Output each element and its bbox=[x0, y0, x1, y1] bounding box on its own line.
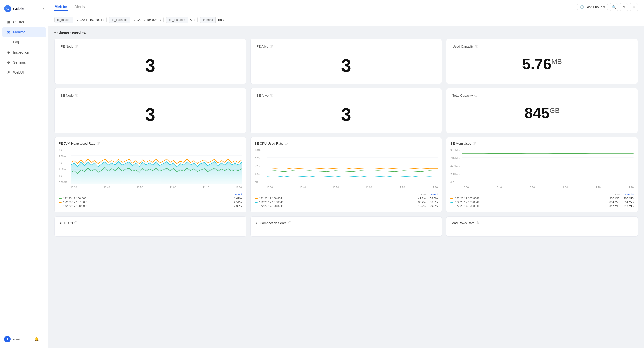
time-chevron-icon: ▾ bbox=[603, 5, 605, 9]
legend-header: max current bbox=[255, 193, 438, 196]
card-fe-node-title: FE Node ⓘ bbox=[61, 44, 240, 49]
chart-fe-jvm-heap: FE JVM Heap Used Rate ⓘ 3% 2.50% 2% 1.50… bbox=[54, 137, 246, 212]
filter-be-instance-label: be_instance bbox=[166, 17, 188, 23]
info-icon[interactable]: ⓘ bbox=[270, 44, 273, 49]
filter-be-instance[interactable]: be_instance All ▾ bbox=[166, 17, 198, 23]
chart-svg-area bbox=[71, 149, 242, 184]
sidebar-item-label: Inspection bbox=[13, 50, 29, 54]
sidebar-item-monitor[interactable]: ◉ Monitor bbox=[2, 27, 46, 37]
zoom-out-button[interactable]: 🔍 bbox=[610, 3, 618, 11]
info-icon[interactable]: ⓘ bbox=[474, 93, 477, 98]
chart-be-io-util-title: BE IO Util ⓘ bbox=[59, 221, 242, 225]
filter-fe-master-label: fe_master bbox=[55, 17, 73, 23]
card-be-node: BE Node ⓘ 3 bbox=[54, 88, 246, 133]
time-selector[interactable]: 🕐 Last 1 hour ▾ bbox=[577, 4, 608, 10]
sidebar-item-label: Log bbox=[13, 40, 19, 44]
webui-icon: ↗ bbox=[6, 70, 11, 75]
info-icon[interactable]: ⓘ bbox=[97, 141, 100, 146]
chart-load-rows: Load Rows Rate ⓘ bbox=[446, 216, 638, 237]
info-icon[interactable]: ⓘ bbox=[285, 141, 288, 146]
legend-header: max current ▾ bbox=[450, 193, 634, 196]
collapse-arrow-icon[interactable]: ▾ bbox=[54, 31, 56, 35]
sidebar-user-actions: 🔔 ☰ bbox=[34, 337, 44, 341]
filter-fe-master[interactable]: fe_master 172.20.17.107:8031 ▾ bbox=[54, 17, 107, 23]
legend-color-dot bbox=[255, 202, 258, 203]
legend-area: max current 172.20.17.106:8041 42.8% 38.… bbox=[255, 191, 438, 207]
filter-fe-master-value[interactable]: 172.20.17.107:8031 ▾ bbox=[73, 17, 106, 23]
legend-item-1: 172.20.17.123:8041 854 MiB 854 MiB bbox=[450, 201, 634, 204]
clock-icon: 🕐 bbox=[580, 5, 584, 9]
settings-icon: ⚙ bbox=[6, 60, 11, 65]
legend-color-dot bbox=[450, 198, 453, 199]
fe-node-value: 3 bbox=[61, 53, 240, 79]
filter-fe-instance[interactable]: fe_instance 172.20.17.106:8031 ▾ bbox=[109, 17, 164, 23]
refresh-icon: ↻ bbox=[622, 5, 625, 9]
main-content: Metrics Alerts 🕐 Last 1 hour ▾ 🔍 ↻ ▾ fe_… bbox=[48, 0, 644, 348]
chart-y-labels: 100% 75% 50% 25% 0% bbox=[255, 149, 267, 184]
cards-row-1: FE Node ⓘ 3 FE Alive ⓘ 3 Used Capacity ⓘ bbox=[54, 39, 638, 84]
info-icon[interactable]: ⓘ bbox=[74, 221, 77, 225]
zoom-out-icon: 🔍 bbox=[612, 5, 616, 9]
sidebar-item-cluster[interactable]: ⊞ Cluster bbox=[2, 17, 46, 27]
menu-icon[interactable]: ☰ bbox=[41, 337, 44, 341]
card-total-capacity: Total Capacity ⓘ 845GB bbox=[446, 88, 638, 133]
legend-item-0: 172.20.17.106:8041 42.8% 38.5% bbox=[255, 197, 438, 200]
legend-item-2: 172.20.17.108:8041 40.2% 39.2% bbox=[255, 204, 438, 207]
legend-color-dot bbox=[450, 202, 453, 203]
info-icon[interactable]: ⓘ bbox=[473, 141, 476, 146]
info-icon[interactable]: ⓘ bbox=[288, 221, 291, 225]
legend-color-dot bbox=[255, 198, 258, 199]
sidebar-item-log[interactable]: ☰ Log bbox=[2, 37, 46, 47]
sidebar-item-webui[interactable]: ↗ WebUI bbox=[2, 68, 46, 77]
user-avatar: A bbox=[4, 336, 11, 342]
legend-color-dot bbox=[59, 206, 62, 206]
filter-fe-instance-arrow: ▾ bbox=[160, 19, 161, 21]
legend-area: current 172.20.17.106:8031 1.09% 172.20.… bbox=[59, 191, 242, 207]
filter-be-instance-value[interactable]: All ▾ bbox=[188, 17, 197, 23]
legend-color-dot bbox=[59, 202, 62, 203]
info-icon[interactable]: ⓘ bbox=[75, 44, 78, 49]
info-icon[interactable]: ⓘ bbox=[270, 93, 273, 98]
topbar-tabs: Metrics Alerts bbox=[54, 4, 85, 11]
card-be-node-title: BE Node ⓘ bbox=[61, 93, 240, 98]
cluster-overview-title: ▾ Cluster Overview bbox=[54, 31, 638, 35]
chart-be-cpu-area: 100% 75% 50% 25% 0% bbox=[255, 149, 438, 189]
charts-row-1: FE JVM Heap Used Rate ⓘ 3% 2.50% 2% 1.50… bbox=[54, 137, 638, 212]
legend-item-2: 172.20.17.108:8041 847 MiB 847 MiB bbox=[450, 204, 634, 207]
info-icon[interactable]: ⓘ bbox=[476, 221, 479, 225]
sidebar-item-inspection[interactable]: ⊙ Inspection bbox=[2, 48, 46, 57]
card-total-capacity-title: Total Capacity ⓘ bbox=[452, 93, 632, 98]
sidebar-item-label: Monitor bbox=[13, 30, 25, 34]
filter-be-instance-arrow: ▾ bbox=[194, 19, 195, 21]
refresh-button[interactable]: ↻ bbox=[620, 3, 628, 11]
chart-fe-jvm-heap-area: 3% 2.50% 2% 1.50% 1% 0.500% bbox=[59, 149, 242, 189]
filter-interval[interactable]: interval 1m ▾ bbox=[200, 17, 226, 23]
sidebar-logo[interactable]: G Guide ▾ bbox=[0, 3, 48, 17]
legend-item-1: 172.20.17.107:8041 39.4% 36.8% bbox=[255, 201, 438, 204]
card-fe-node: FE Node ⓘ 3 bbox=[54, 39, 246, 84]
total-capacity-value: 845GB bbox=[452, 102, 632, 125]
sidebar-item-label: Cluster bbox=[13, 20, 24, 24]
tab-alerts[interactable]: Alerts bbox=[74, 4, 85, 11]
tab-metrics[interactable]: Metrics bbox=[54, 4, 68, 11]
sidebar: G Guide ▾ ⊞ Cluster ◉ Monitor ☰ Log ⊙ In… bbox=[0, 0, 48, 348]
chart-be-compaction: BE Compaction Score ⓘ bbox=[250, 216, 442, 237]
bell-icon[interactable]: 🔔 bbox=[34, 337, 39, 341]
legend-item-1: 172.20.17.107:8031 2.51% bbox=[59, 201, 242, 204]
info-icon[interactable]: ⓘ bbox=[75, 93, 78, 98]
chart-load-rows-title: Load Rows Rate ⓘ bbox=[450, 221, 634, 225]
more-options-button[interactable]: ▾ bbox=[630, 3, 638, 11]
chart-be-io-util: BE IO Util ⓘ bbox=[54, 216, 246, 237]
filter-fe-instance-value[interactable]: 172.20.17.106:8031 ▾ bbox=[130, 17, 164, 23]
cluster-icon: ⊞ bbox=[6, 20, 11, 24]
chart-svg bbox=[267, 149, 438, 184]
sidebar-item-settings[interactable]: ⚙ Settings bbox=[2, 58, 46, 67]
topbar-right: 🕐 Last 1 hour ▾ 🔍 ↻ ▾ bbox=[577, 3, 638, 11]
info-icon[interactable]: ⓘ bbox=[475, 44, 478, 49]
chart-x-labels: 10:30 10:40 10:50 11:00 11:10 11:20 bbox=[267, 186, 438, 189]
filter-interval-value[interactable]: 1m ▾ bbox=[216, 17, 226, 23]
card-used-capacity: Used Capacity ⓘ 5.76MB bbox=[446, 39, 638, 84]
content-area: ▾ Cluster Overview FE Node ⓘ 3 FE Alive … bbox=[48, 26, 644, 348]
be-alive-value: 3 bbox=[257, 102, 436, 128]
chart-be-mem: BE Mem Used ⓘ 954 MiB 715 MiB 477 MiB 23… bbox=[446, 137, 638, 212]
